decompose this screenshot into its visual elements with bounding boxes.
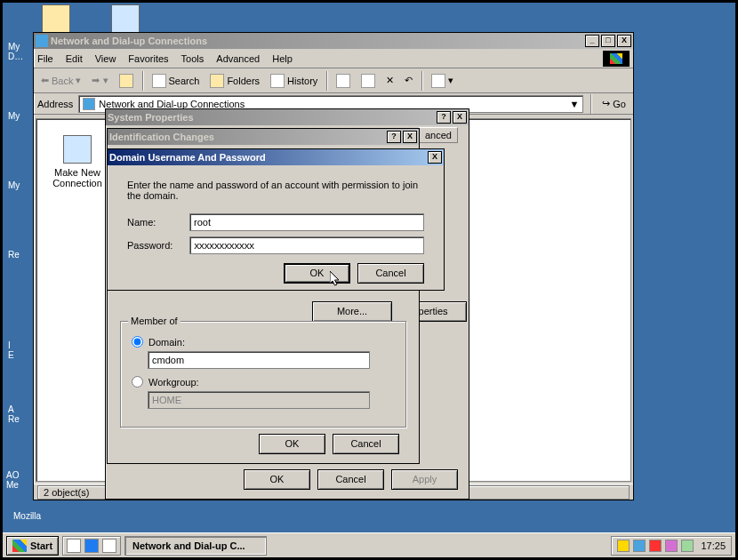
workgroup-radio-label: Workgroup:: [148, 377, 199, 388]
desktop-icon-label: Re: [8, 248, 31, 260]
more-button[interactable]: More...: [312, 301, 392, 322]
tray-icon[interactable]: [665, 540, 678, 552]
folder-up-icon: [119, 74, 133, 88]
menu-advanced[interactable]: Advanced: [216, 53, 260, 64]
desktop-icon-label: I E: [8, 317, 31, 381]
copyto-button[interactable]: [357, 72, 379, 90]
search-icon: [152, 74, 166, 88]
forward-button[interactable]: ➡ ▾: [88, 73, 111, 88]
go-button[interactable]: ↪ Go: [598, 96, 630, 111]
explorer-titlebar[interactable]: Network and Dial-up Connections _ □ X: [34, 33, 633, 49]
domain-radio-label: Domain:: [148, 337, 185, 348]
desktop-icon-label: AO Me: [6, 447, 29, 511]
folder-icon: [42, 4, 70, 33]
windows-logo-icon: [12, 540, 27, 552]
name-label: Name:: [127, 217, 189, 228]
desktop-icon[interactable]: [99, 4, 152, 33]
desktop-icon-label: Mozilla: [13, 509, 67, 521]
folders-button[interactable]: Folders: [206, 72, 263, 90]
tab-advanced[interactable]: anced: [419, 127, 458, 143]
delete-button[interactable]: ✕: [382, 73, 397, 88]
connection-icon: [63, 135, 92, 164]
workgroup-radio-input[interactable]: [132, 376, 143, 388]
close-button[interactable]: X: [428, 151, 442, 164]
desktop-icon-label: My: [8, 179, 31, 190]
computer-icon: [111, 4, 140, 33]
menu-help[interactable]: Help: [272, 53, 293, 64]
sysprops-titlebar[interactable]: System Properties ? X: [106, 109, 469, 125]
status-cell: [459, 485, 630, 500]
menu-favorites[interactable]: Favorites: [128, 53, 168, 64]
window-title: Network and Dial-up Connections: [51, 36, 585, 46]
cancel-button[interactable]: Cancel: [317, 469, 384, 490]
domain-radio[interactable]: Domain:: [132, 336, 395, 348]
ok-button[interactable]: OK: [259, 434, 325, 454]
clock[interactable]: 17:25: [701, 540, 726, 551]
menu-file[interactable]: File: [37, 53, 53, 64]
domaindlg-titlebar[interactable]: Domain Username And Password X: [108, 149, 444, 165]
maximize-button[interactable]: □: [601, 35, 615, 47]
undo-button[interactable]: ↶: [401, 73, 416, 88]
apply-button[interactable]: Apply: [391, 469, 458, 490]
moveto-button[interactable]: [333, 72, 354, 90]
close-button[interactable]: X: [453, 111, 467, 124]
cancel-button[interactable]: Cancel: [357, 263, 424, 284]
tray-icon[interactable]: [649, 540, 662, 552]
up-button[interactable]: [116, 72, 137, 90]
idchanges-titlebar[interactable]: Identification Changes ? X: [108, 129, 419, 145]
chevron-down-icon[interactable]: ▼: [569, 99, 579, 109]
views-icon: [431, 74, 445, 88]
windows-logo-icon: [603, 51, 630, 67]
menu-edit[interactable]: Edit: [66, 53, 83, 64]
password-input[interactable]: [189, 236, 424, 254]
help-button[interactable]: ?: [437, 111, 451, 124]
tray-icon[interactable]: [633, 540, 646, 552]
dialog-title: Domain Username And Password: [109, 152, 428, 163]
address-label: Address: [37, 99, 73, 109]
desktop-icon-label: A Re: [8, 381, 31, 445]
dialog-title: Identification Changes: [109, 132, 387, 142]
window-icon: [36, 35, 48, 47]
item-label: Make New Connection: [42, 167, 113, 188]
back-button[interactable]: ⬅ Back ▾: [37, 73, 84, 88]
ok-button[interactable]: OK: [244, 469, 310, 490]
start-button[interactable]: Start: [6, 536, 59, 556]
toolbar: ⬅ Back ▾ ➡ ▾ Search Folders History ✕ ↶ …: [34, 68, 633, 93]
history-button[interactable]: History: [267, 72, 321, 90]
password-label: Password:: [127, 240, 189, 251]
domain-input[interactable]: [148, 351, 370, 369]
domain-username-password-dialog: Domain Username And Password X Enter the…: [107, 148, 445, 291]
taskbar-button-network[interactable]: Network and Dial-up C...: [124, 536, 267, 556]
taskbar: Start Network and Dial-up C... 17:25: [3, 532, 735, 557]
tray-icon[interactable]: [681, 540, 694, 552]
history-icon: [270, 74, 285, 88]
menu-tools[interactable]: Tools: [181, 53, 205, 64]
cancel-button[interactable]: Cancel: [333, 434, 399, 454]
close-button[interactable]: X: [617, 35, 631, 47]
group-legend: Member of: [128, 316, 180, 326]
quicklaunch-icon[interactable]: [67, 539, 81, 553]
desktop-icon[interactable]: [29, 4, 83, 33]
name-input[interactable]: [189, 213, 424, 231]
views-button[interactable]: ▾: [428, 72, 457, 90]
quicklaunch-ie-icon[interactable]: [84, 539, 99, 553]
folders-icon: [210, 74, 224, 88]
ok-button[interactable]: OK: [284, 263, 350, 284]
tray-icon[interactable]: [617, 540, 630, 552]
moveto-icon: [336, 74, 350, 88]
help-button[interactable]: ?: [387, 131, 401, 143]
close-button[interactable]: X: [403, 131, 417, 143]
search-button[interactable]: Search: [148, 72, 204, 90]
member-of-group: Member of Domain: Workgroup:: [120, 321, 406, 428]
quicklaunch-desktop-icon[interactable]: [102, 539, 116, 553]
system-tray: 17:25: [611, 536, 732, 556]
taskbar-button-label: Network and Dial-up C...: [132, 540, 245, 551]
menu-view[interactable]: View: [95, 53, 116, 64]
workgroup-radio[interactable]: Workgroup:: [132, 376, 395, 388]
minimize-button[interactable]: _: [585, 35, 599, 47]
menubar: File Edit View Favorites Tools Advanced …: [34, 49, 633, 68]
list-item-make-new-connection[interactable]: Make New Connection: [42, 135, 113, 188]
desktop-icon-label: My: [8, 109, 31, 121]
domain-radio-input[interactable]: [132, 336, 143, 348]
address-icon: [83, 98, 95, 110]
